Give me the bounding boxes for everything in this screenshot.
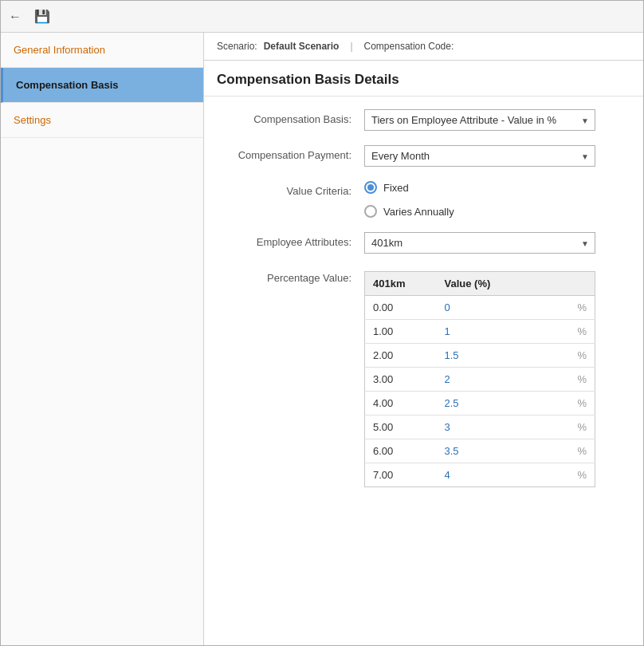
table-cell-km: 3.00 [365, 368, 437, 392]
compensation-basis-row: Compensation Basis: Tiers on Employee At… [217, 109, 630, 131]
radio-varies-circle[interactable] [364, 205, 377, 218]
employee-attributes-select-wrapper[interactable]: 401km [364, 232, 595, 254]
table-row: 2.00 1.5 % [365, 344, 595, 368]
radio-fixed-option[interactable]: Fixed [364, 181, 630, 194]
table-cell-percent: % [569, 368, 595, 392]
employee-attributes-select[interactable]: 401km [364, 232, 595, 254]
percentage-table: 401km Value (%) 0.00 0 % 1.00 1 % 2.0 [364, 271, 595, 487]
compensation-basis-select[interactable]: Tiers on Employee Attribute - Value in % [364, 109, 595, 131]
table-col1-header: 401km [365, 272, 437, 296]
compensation-payment-control: Every Month [364, 145, 630, 167]
table-row: 5.00 3 % [365, 416, 595, 439]
table-cell-value[interactable]: 3.5 [437, 439, 570, 463]
main-content: Scenario: Default Scenario | Compensatio… [204, 33, 643, 645]
table-cell-value[interactable]: 2.5 [437, 392, 570, 416]
table-cell-km: 0.00 [365, 296, 437, 320]
table-cell-percent: % [569, 439, 595, 463]
page-title: Compensation Basis Details [204, 61, 643, 97]
table-cell-km: 2.00 [365, 344, 437, 368]
table-cell-percent: % [569, 296, 595, 320]
table-cell-percent: % [569, 463, 595, 487]
table-col2-header: Value (%) [437, 272, 570, 296]
radio-varies-option[interactable]: Varies Annually [364, 205, 630, 218]
table-cell-value[interactable]: 2 [437, 368, 570, 392]
table-row: 3.00 2 % [365, 368, 595, 392]
table-cell-percent: % [569, 392, 595, 416]
toolbar: ← 💾 [1, 1, 643, 33]
sidebar-item-settings[interactable]: Settings [1, 103, 203, 138]
table-col3-header [569, 272, 595, 296]
percentage-value-label: Percentage Value: [217, 268, 364, 284]
table-cell-km: 1.00 [365, 320, 437, 344]
table-cell-value[interactable]: 1 [437, 320, 570, 344]
radio-varies-label: Varies Annually [383, 206, 454, 218]
compensation-payment-label: Compensation Payment: [217, 145, 364, 161]
table-row: 0.00 0 % [365, 296, 595, 320]
content-area: General Information Compensation Basis S… [1, 33, 643, 645]
sidebar-item-compensation-basis[interactable]: Compensation Basis [1, 68, 203, 103]
compensation-basis-control: Tiers on Employee Attribute - Value in % [364, 109, 630, 131]
table-row: 7.00 4 % [365, 463, 595, 487]
percentage-table-control: 401km Value (%) 0.00 0 % 1.00 1 % 2.0 [364, 268, 630, 487]
compensation-code-label: Compensation Code: [364, 41, 454, 52]
employee-attributes-label: Employee Attributes: [217, 232, 364, 248]
value-criteria-row: Value Criteria: Fixed Varies Annually [217, 181, 630, 218]
table-cell-km: 4.00 [365, 392, 437, 416]
sidebar-item-general-information[interactable]: General Information [1, 33, 203, 68]
compensation-payment-row: Compensation Payment: Every Month [217, 145, 630, 167]
table-section: 401km Value (%) 0.00 0 % 1.00 1 % 2.0 [364, 271, 630, 487]
scenario-bar: Scenario: Default Scenario | Compensatio… [204, 33, 643, 61]
form-section: Compensation Basis: Tiers on Employee At… [204, 97, 643, 514]
table-cell-value[interactable]: 0 [437, 296, 570, 320]
radio-group: Fixed Varies Annually [364, 181, 630, 218]
compensation-basis-select-wrapper[interactable]: Tiers on Employee Attribute - Value in % [364, 109, 595, 131]
table-row: 4.00 2.5 % [365, 392, 595, 416]
employee-attributes-row: Employee Attributes: 401km [217, 232, 630, 254]
table-row: 1.00 1 % [365, 320, 595, 344]
employee-attributes-control: 401km [364, 232, 630, 254]
table-row: 6.00 3.5 % [365, 439, 595, 463]
table-cell-km: 7.00 [365, 463, 437, 487]
compensation-payment-select[interactable]: Every Month [364, 145, 595, 167]
table-cell-km: 6.00 [365, 439, 437, 463]
radio-fixed-label: Fixed [383, 182, 409, 194]
compensation-payment-select-wrapper[interactable]: Every Month [364, 145, 595, 167]
table-cell-value[interactable]: 3 [437, 416, 570, 439]
radio-fixed-circle[interactable] [364, 181, 377, 194]
value-criteria-control: Fixed Varies Annually [364, 181, 630, 218]
table-cell-percent: % [569, 416, 595, 439]
table-cell-percent: % [569, 320, 595, 344]
table-cell-value[interactable]: 1.5 [437, 344, 570, 368]
table-cell-value[interactable]: 4 [437, 463, 570, 487]
sidebar: General Information Compensation Basis S… [1, 33, 204, 645]
app-window: ← 💾 General Information Compensation Bas… [0, 0, 644, 646]
back-button[interactable]: ← [9, 10, 22, 24]
scenario-name: Default Scenario [264, 41, 340, 52]
scenario-divider: | [350, 41, 352, 52]
scenario-label: Scenario: [217, 41, 257, 52]
table-cell-km: 5.00 [365, 416, 437, 439]
table-cell-percent: % [569, 344, 595, 368]
compensation-basis-label: Compensation Basis: [217, 109, 364, 125]
percentage-value-row: Percentage Value: 401km Value (%) [217, 268, 630, 487]
value-criteria-label: Value Criteria: [217, 181, 364, 197]
save-button[interactable]: 💾 [34, 9, 50, 24]
